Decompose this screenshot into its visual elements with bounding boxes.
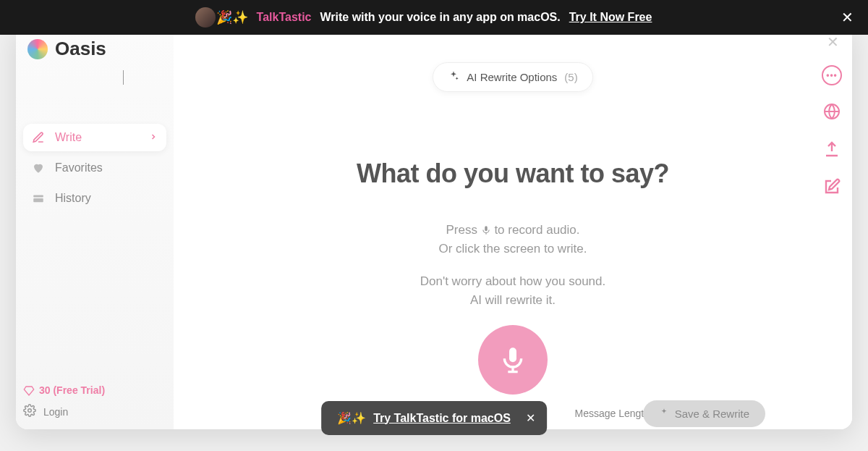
- toast-link[interactable]: Try TalkTastic for macOS: [373, 412, 511, 425]
- avatar: [195, 7, 216, 28]
- logo-text: Oasis: [55, 38, 106, 60]
- hint1-b: to record audio.: [494, 223, 579, 237]
- logo-mark-icon: [27, 39, 48, 59]
- svg-rect-0: [33, 195, 43, 198]
- message-length-label: Message Length: [574, 408, 650, 419]
- compose-hint-1: Press to record audio. Or click the scre…: [438, 221, 587, 258]
- sidebar-item-history[interactable]: History: [23, 185, 166, 212]
- compose-icon[interactable]: [823, 178, 841, 198]
- sidebar-item-label: Favorites: [55, 161, 103, 174]
- pill-count: (5): [564, 71, 577, 83]
- banner-cta-link[interactable]: Try It Now Free: [569, 11, 652, 24]
- edit-icon: [32, 131, 45, 144]
- pill-label: AI Rewrite Options: [467, 71, 557, 83]
- banner-emoji: 🎉✨: [216, 9, 248, 25]
- compose-hint-2: Don't worry about how you sound. AI will…: [420, 272, 606, 309]
- toast: 🎉✨ Try TalkTastic for macOS ✕: [321, 401, 547, 435]
- nav: Write Favorites History: [23, 124, 166, 212]
- diamond-icon: [23, 385, 35, 397]
- sparkle-icon: [659, 408, 669, 420]
- credits-label: 30 (Free Trial): [39, 384, 105, 397]
- hint1-a: Press: [446, 223, 480, 237]
- save-label: Save & Rewrite: [675, 408, 749, 420]
- login-link[interactable]: Login: [43, 406, 68, 418]
- upload-icon[interactable]: [823, 140, 841, 161]
- top-banner: 🎉✨ TalkTastic Write with your voice in a…: [0, 0, 868, 35]
- close-icon[interactable]: ✕: [827, 33, 839, 51]
- svg-point-2: [28, 409, 32, 413]
- sidebar-footer: 30 (Free Trial) Login: [23, 384, 166, 419]
- heart-icon: [32, 161, 45, 174]
- credits-badge[interactable]: 30 (Free Trial): [23, 384, 166, 397]
- hint4: AI will rewrite it.: [470, 293, 556, 307]
- sidebar-item-favorites[interactable]: Favorites: [23, 154, 166, 182]
- settings-row: Login: [23, 404, 166, 419]
- microphone-icon: [498, 345, 527, 374]
- more-options-icon[interactable]: •••: [822, 65, 842, 85]
- app-modal: Oasis Write Favorites: [16, 23, 852, 429]
- chevron-right-icon: [149, 131, 158, 144]
- sidebar-item-label: Write: [55, 131, 82, 144]
- gear-icon[interactable]: [23, 404, 36, 419]
- toast-emoji: 🎉✨: [337, 411, 366, 425]
- sparkle-icon: [448, 70, 459, 84]
- hint2: Or click the screen to write.: [438, 242, 587, 256]
- right-rail: •••: [822, 65, 842, 198]
- sidebar-item-label: History: [55, 192, 91, 205]
- rewrite-options-pill[interactable]: AI Rewrite Options (5): [433, 62, 592, 92]
- banner-close-icon[interactable]: ✕: [841, 9, 854, 26]
- compose-headline: What do you want to say?: [357, 159, 669, 189]
- sidebar-item-write[interactable]: Write: [23, 124, 166, 151]
- svg-rect-4: [485, 226, 488, 231]
- toast-close-icon[interactable]: ✕: [526, 411, 535, 425]
- save-rewrite-button[interactable]: Save & Rewrite: [643, 400, 765, 427]
- globe-icon[interactable]: [823, 103, 841, 123]
- microphone-inline-icon: [481, 225, 491, 235]
- main-area[interactable]: ✕ ••• AI Rewrite Options (5) What do you…: [174, 23, 852, 429]
- svg-rect-5: [509, 347, 516, 362]
- text-cursor: [123, 70, 124, 85]
- banner-brand: TalkTastic: [257, 11, 312, 24]
- banner-message: Write with your voice in any app on macO…: [320, 11, 560, 24]
- folder-icon: [32, 192, 45, 205]
- sidebar: Oasis Write Favorites: [16, 23, 174, 429]
- hint3: Don't worry about how you sound.: [420, 274, 606, 288]
- logo: Oasis: [23, 38, 166, 60]
- record-button[interactable]: [478, 325, 548, 395]
- svg-rect-1: [33, 198, 43, 202]
